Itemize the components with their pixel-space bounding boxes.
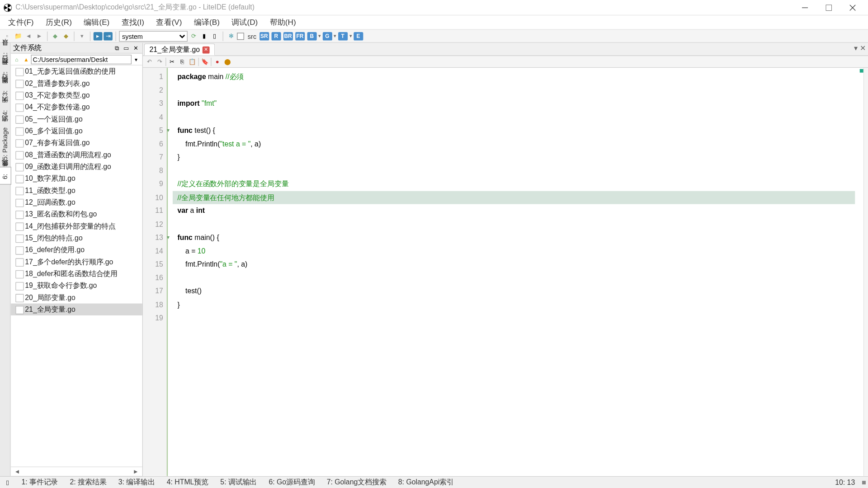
scroll-right-icon[interactable]: ► (131, 468, 142, 474)
undo-icon[interactable]: ↶ (145, 57, 153, 66)
file-item[interactable]: 20_局部变量.go (11, 291, 142, 303)
status-panel[interactable]: 3: 编译输出 (113, 478, 161, 486)
terminal-icon[interactable]: ▮ (199, 31, 209, 41)
file-item[interactable]: 04_不定参数传递.go (11, 101, 142, 113)
rail-tab[interactable]: 3: 类视图 (0, 84, 11, 102)
dropdown-icon[interactable]: ▾ (77, 31, 87, 41)
maximize-button[interactable] (817, 0, 841, 15)
status-panel[interactable]: 4: HTML预览 (161, 478, 215, 486)
gear-icon[interactable]: ✻ (226, 31, 236, 41)
sidebar: 文件系统 ⧉ ▭ ✕ ⌂ ▲ ▾ 01_无参无返回值函数的使用02_普通参数列表… (11, 43, 143, 476)
env-dropdown[interactable]: system (119, 31, 187, 42)
copy-icon[interactable]: ⎘ (178, 57, 186, 66)
file-item[interactable]: 15_闭包的特点.go (11, 232, 142, 244)
nav-back-icon[interactable]: ◄ (24, 31, 33, 41)
file-item[interactable]: 08_普通函数的调用流程.go (11, 149, 142, 160)
file-item[interactable]: 16_defer的使用.go (11, 244, 142, 256)
fold-gutter: ▾▾ (168, 68, 173, 476)
split-icon[interactable]: ⧉ (113, 44, 121, 52)
file-item[interactable]: 18_defer和匿名函数结合使用 (11, 268, 142, 280)
file-item[interactable]: 12_回调函数.go (11, 197, 142, 208)
tabstrip-dropdown-icon[interactable]: ▾ (854, 44, 858, 52)
badge-e[interactable]: E (354, 32, 363, 40)
file-item[interactable]: 17_多个defer的执行顺序.go (11, 256, 142, 267)
file-item[interactable]: 09_函数递归调用的流程.go (11, 161, 142, 173)
status-panel[interactable]: 8: GolangApi索引 (392, 478, 460, 486)
file-tab[interactable]: 21_全局变量.go ✕ (144, 43, 215, 55)
refresh-icon[interactable]: ⟳ (189, 31, 198, 41)
menu-item[interactable]: 帮助(H) (264, 16, 302, 29)
code-content[interactable]: package main //必须import "fmt"func test()… (173, 68, 860, 476)
status-toggle-icon[interactable]: ▯ (0, 479, 15, 485)
play-icon[interactable]: ▸ (94, 32, 103, 40)
badge-fr[interactable]: FR (295, 32, 305, 40)
debug-icon[interactable]: ⬤ (223, 57, 231, 66)
close-button[interactable] (841, 0, 865, 15)
new-file-icon[interactable]: ▫ (2, 31, 12, 41)
tabstrip-close-icon[interactable]: ✕ (860, 44, 866, 52)
file-item[interactable]: 02_普通参数列表.go (11, 77, 142, 89)
file-item[interactable]: 11_函数类型.go (11, 184, 142, 196)
src-checkbox[interactable] (237, 33, 244, 40)
file-item[interactable]: 10_数字累加.go (11, 173, 142, 184)
status-panel[interactable]: 7: Golang文档搜索 (321, 478, 392, 486)
sidebar-title: 文件系统 (13, 43, 42, 53)
file-item[interactable]: 03_不定参数类型.go (11, 89, 142, 101)
breakpoint-icon[interactable]: ● (213, 57, 221, 66)
menu-item[interactable]: 文件(F) (2, 16, 39, 29)
path-dropdown-icon[interactable]: ▾ (132, 55, 140, 63)
badge-t[interactable]: T (338, 32, 348, 40)
badge-b[interactable]: B (307, 32, 316, 40)
tab-close-icon[interactable]: ✕ (202, 46, 209, 53)
up-icon[interactable]: ▲ (22, 55, 30, 63)
editor-toolbar: ↶ ↷ ✂ ⎘ 📋 🔖 ● ⬤ (143, 56, 868, 68)
close-icon[interactable]: ✕ (132, 44, 140, 52)
redo-icon[interactable]: ↷ (156, 57, 164, 66)
status-panel[interactable]: 6: Go源码查询 (263, 478, 321, 486)
merge-icon[interactable]: ◆ (61, 31, 71, 41)
code-editor[interactable]: 12345678910111213141516171819 ▾▾ package… (143, 68, 868, 476)
file-item[interactable]: 14_闭包捕获外部变量的特点 (11, 220, 142, 232)
rail-tab[interactable]: 1: 目录 (0, 45, 11, 63)
toolbar-sep (115, 31, 116, 41)
badge-r[interactable]: R (271, 32, 281, 40)
status-panel[interactable]: 5: 调试输出 (214, 478, 263, 486)
file-item[interactable]: 05_一个返回值.go (11, 113, 142, 125)
menu-item[interactable]: 编译(B) (188, 16, 226, 29)
file-item[interactable]: 07_有参有返回值.go (11, 137, 142, 149)
badge-g[interactable]: G (322, 32, 332, 40)
menu-item[interactable]: 查找(I) (115, 16, 150, 29)
path-input[interactable] (31, 55, 132, 64)
status-panel[interactable]: 1: 事件记录 (15, 478, 64, 486)
cut-icon[interactable]: ✂ (168, 57, 176, 66)
menu-item[interactable]: 历史(R) (40, 16, 78, 29)
file-item[interactable]: 19_获取命令行参数.go (11, 280, 142, 291)
scroll-left-icon[interactable]: ◄ (12, 468, 23, 474)
diff-icon[interactable]: ◆ (51, 31, 60, 41)
file-item[interactable]: 01_无参无返回值函数的使用 (11, 66, 142, 77)
nav-fwd-icon[interactable]: ► (34, 31, 44, 41)
menu-item[interactable]: 查看(V) (150, 16, 188, 29)
file-item[interactable]: 13_匿名函数和闭包.go (11, 208, 142, 220)
rail-tab[interactable]: 5: Package浏览 (0, 122, 11, 165)
badge-br[interactable]: BR (283, 32, 292, 40)
bookmark-icon[interactable]: 🔖 (201, 57, 209, 66)
status-panel[interactable]: 2: 搜索结果 (64, 478, 112, 486)
paste-icon[interactable]: 📋 (188, 57, 196, 66)
file-list: 01_无参无返回值函数的使用02_普通参数列表.go03_不定参数类型.go04… (11, 66, 142, 467)
dock-icon[interactable]: ▭ (122, 44, 130, 52)
badge-sr[interactable]: SR (259, 32, 269, 40)
home-icon[interactable]: ⌂ (13, 55, 21, 63)
file-item[interactable]: 06_多个返回值.go (11, 125, 142, 137)
open-folder-icon[interactable]: 📁 (13, 31, 23, 41)
rail-tab[interactable]: 2: 打开文档 (0, 65, 11, 83)
file-item[interactable]: 21_全局变量.go (11, 304, 142, 315)
stop-icon[interactable]: ⇥ (104, 32, 113, 40)
menu-item[interactable]: 调试(D) (226, 16, 264, 29)
rail-tab[interactable]: 4: 大纲 (0, 103, 11, 121)
menu-item[interactable]: 编辑(E) (78, 16, 115, 29)
minimize-button[interactable] (793, 0, 817, 15)
app-icon (4, 3, 12, 11)
doc-icon[interactable]: ▯ (210, 31, 220, 41)
rail-tab[interactable]: 6: 文件系统 (0, 167, 11, 185)
